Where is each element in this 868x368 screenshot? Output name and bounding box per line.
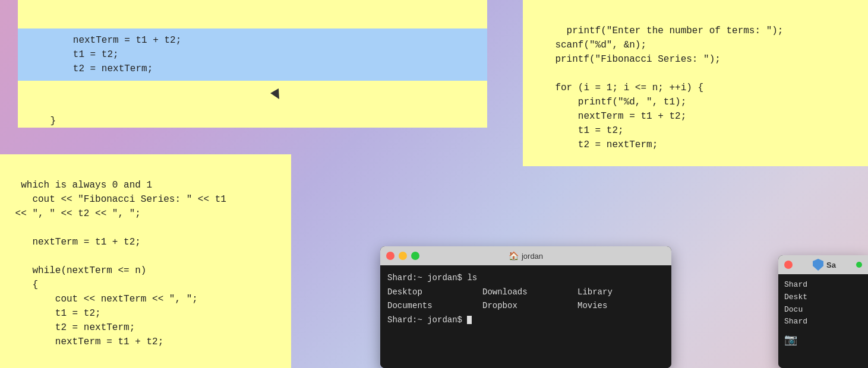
terminal-col1-row1: Desktop xyxy=(387,285,482,299)
partial-line-4: Shard xyxy=(784,316,862,328)
terminal-cursor xyxy=(467,316,472,324)
terminal-body-partial: Shard Deskt Docu Shard 📷 xyxy=(778,274,868,368)
terminal-col1-row2: Documents xyxy=(387,299,482,312)
terminal-window-partial: Sa Shard Deskt Docu Shard 📷 xyxy=(778,255,868,368)
terminal-window-controls[interactable] xyxy=(386,252,419,260)
terminal-col3-row2: Movies xyxy=(577,299,671,312)
terminal-prompt: Shard:~ jordan$ xyxy=(387,313,664,326)
terminal-col2-row1: Downloads xyxy=(482,285,577,299)
terminal-titlebar: 🏠 jordan xyxy=(380,246,671,265)
terminal-window[interactable]: 🏠 jordan Shard:~ jordan$ ls Desktop Down… xyxy=(380,246,671,368)
camera-icon-row: 📷 xyxy=(784,332,862,349)
terminal-maximize-button[interactable] xyxy=(411,252,419,260)
terminal-body[interactable]: Shard:~ jordan$ ls Desktop Downloads Lib… xyxy=(380,265,671,368)
code-panel-top-right: printf("Enter the number of terms: "); s… xyxy=(523,0,868,166)
terminal-col2-row2: Dropbox xyxy=(482,299,577,312)
code-panel-top-left: nextTerm = t1 + t2; t1 = t2; t2 = nextTe… xyxy=(18,0,487,128)
shield-icon xyxy=(813,259,823,271)
camera-icon: 📷 xyxy=(784,334,797,346)
terminal-title-text: jordan xyxy=(522,252,543,261)
code-panel-bottom-left: which is always 0 and 1 cout << "Fibonac… xyxy=(0,154,291,368)
partial-line-3: Docu xyxy=(784,304,862,316)
terminal-line-1: Shard:~ jordan$ ls xyxy=(387,271,664,284)
partial-close-button[interactable] xyxy=(784,261,793,269)
partial-line-2: Deskt xyxy=(784,291,862,304)
green-status-dot xyxy=(856,262,862,268)
terminal-close-button[interactable] xyxy=(386,252,394,260)
code-text-bottomleft: which is always 0 and 1 cout << "Fibonac… xyxy=(10,180,226,347)
terminal-title: 🏠 jordan xyxy=(509,251,543,261)
terminal-titlebar-partial: Sa xyxy=(778,255,868,274)
partial-line-1: Shard xyxy=(784,279,862,291)
code-text-topleft: } return 0; } xyxy=(27,114,478,128)
partial-title-sa: Sa xyxy=(826,261,836,269)
terminal-col3-row1: Library xyxy=(577,285,671,299)
code-text-topright: printf("Enter the number of terms: "); s… xyxy=(532,26,783,150)
highlighted-code: nextTerm = t1 + t2; t1 = t2; t2 = nextTe… xyxy=(18,28,487,81)
terminal-minimize-button[interactable] xyxy=(399,252,407,260)
home-icon: 🏠 xyxy=(509,251,519,261)
terminal-ls-output: Desktop Downloads Library Documents Drop… xyxy=(387,285,664,312)
